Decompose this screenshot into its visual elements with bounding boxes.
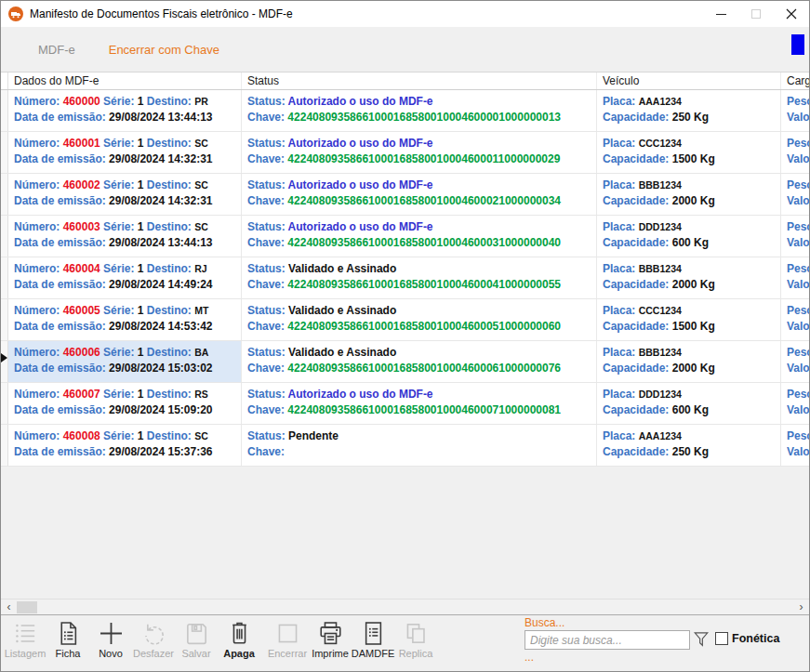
cell-dados[interactable]: Número: 460007 Série: 1 Destino: RS Data… <box>8 383 242 424</box>
valor-line: Valor: <box>787 402 809 418</box>
placa-label: Placa: <box>603 388 635 401</box>
dados-line-2: Data de emissão: 29/08/2024 14:32:31 <box>14 152 241 167</box>
status-line: Status: Validado e Assinado <box>247 303 596 319</box>
valor-line: Valor: <box>787 110 809 125</box>
cell-status[interactable]: Status: Autorizado o uso do MDF-e Chave:… <box>242 383 597 424</box>
column-header-status[interactable]: Status <box>242 72 597 89</box>
chave-line: Chave: 422408093586610001685800100046000… <box>247 235 596 251</box>
table-row[interactable]: Número: 460000 Série: 1 Destino: PR Data… <box>1 90 809 132</box>
row-indicator <box>1 216 8 257</box>
cell-veiculo[interactable]: Placa: CCC1234 Capacidade: 1500 Kg <box>597 299 781 340</box>
cell-carga[interactable]: Peso: Valor: <box>781 132 809 173</box>
row-indicator <box>1 257 8 298</box>
status-value: Autorizado o uso do MDF-e <box>288 178 433 191</box>
cell-veiculo[interactable]: Placa: CCC1234 Capacidade: 1500 Kg <box>597 132 781 173</box>
apaga-button[interactable]: Apaga <box>218 615 260 671</box>
scroll-right-icon[interactable]: › <box>793 600 809 614</box>
cell-veiculo[interactable]: Placa: AAA1234 Capacidade: 250 Kg <box>597 425 781 466</box>
capacidade-value: 250 Kg <box>672 445 709 458</box>
cell-carga[interactable]: Peso: Valor: <box>781 257 809 298</box>
destino-value: MT <box>194 305 208 316</box>
dados-line-2: Data de emissão: 29/08/2024 15:03:02 <box>14 361 241 376</box>
window-title: Manifesto de Documentos Fiscais eletrôni… <box>30 7 293 20</box>
emissao-label: Data de emissão: <box>14 236 106 249</box>
cell-veiculo[interactable]: Placa: DDD1234 Capacidade: 600 Kg <box>597 216 781 257</box>
app-truck-icon <box>8 7 23 21</box>
cell-carga[interactable]: Peso: Valor: <box>781 341 809 382</box>
column-header-dados[interactable]: Dados do MDF-e <box>8 72 242 89</box>
tab-mdfe[interactable]: MDF-e <box>38 43 75 57</box>
status-label: Status: <box>247 262 285 275</box>
table-row[interactable]: Número: 460001 Série: 1 Destino: SC Data… <box>1 132 809 174</box>
undo-icon <box>140 620 167 647</box>
cell-carga[interactable]: Peso: Valor: <box>781 90 809 131</box>
table-row[interactable]: Número: 460003 Série: 1 Destino: SC Data… <box>1 216 809 257</box>
column-header-carga[interactable]: Carga <box>781 72 809 89</box>
placa-line: Placa: AAA1234 <box>603 94 780 110</box>
cell-dados[interactable]: Número: 460004 Série: 1 Destino: RJ Data… <box>8 257 242 298</box>
novo-button[interactable]: Novo <box>89 615 132 671</box>
cell-carga[interactable]: Peso: Valor: <box>781 174 809 215</box>
table-row[interactable]: Número: 460005 Série: 1 Destino: MT Data… <box>1 299 809 341</box>
numero-label: Número: <box>14 95 60 108</box>
cell-carga[interactable]: Peso: Valor: <box>781 425 809 466</box>
cell-status[interactable]: Status: Autorizado o uso do MDF-e Chave:… <box>242 90 597 131</box>
table-row[interactable]: Número: 460002 Série: 1 Destino: SC Data… <box>1 174 809 216</box>
table-row[interactable]: Número: 460004 Série: 1 Destino: RJ Data… <box>1 257 809 299</box>
cell-dados[interactable]: Número: 460002 Série: 1 Destino: SC Data… <box>8 174 242 215</box>
app-window: Manifesto de Documentos Fiscais eletrôni… <box>0 0 810 672</box>
scrollbar-thumb[interactable] <box>17 601 37 613</box>
cell-status[interactable]: Status: Autorizado o uso do MDF-e Chave:… <box>242 132 597 173</box>
peso-line: Peso: <box>787 387 809 402</box>
cell-status[interactable]: Status: Validado e Assinado Chave: 42240… <box>242 341 597 382</box>
imprime-button[interactable]: Imprime <box>309 615 352 671</box>
capacidade-label: Capacidade: <box>603 445 669 458</box>
cell-veiculo[interactable]: Placa: BBB1234 Capacidade: 2000 Kg <box>597 257 781 298</box>
horizontal-scrollbar[interactable]: ‹ › <box>1 599 809 614</box>
serie-value: 1 <box>138 388 144 401</box>
cell-carga[interactable]: Peso: Valor: <box>781 383 809 424</box>
table-row[interactable]: Número: 460006 Série: 1 Destino: BA Data… <box>1 341 809 383</box>
valor-label: Valor: <box>787 194 809 207</box>
cell-veiculo[interactable]: Placa: AAA1234 Capacidade: 250 Kg <box>597 90 781 131</box>
numero-label: Número: <box>14 346 60 359</box>
cell-status[interactable]: Status: Validado e Assinado Chave: 42240… <box>242 299 597 340</box>
peso-line: Peso: <box>787 136 809 152</box>
peso-label: Peso: <box>787 137 809 150</box>
minimize-button[interactable] <box>703 1 738 27</box>
search-more-link[interactable]: ... <box>525 651 690 664</box>
cell-dados[interactable]: Número: 460001 Série: 1 Destino: SC Data… <box>8 132 242 173</box>
cell-dados[interactable]: Número: 460008 Série: 1 Destino: SC Data… <box>8 425 242 466</box>
peso-line: Peso: <box>787 94 809 110</box>
tab-encerrar-com-chave[interactable]: Encerrar com Chave <box>109 43 219 57</box>
cell-status[interactable]: Status: Autorizado o uso do MDF-e Chave:… <box>242 216 597 257</box>
row-indicator <box>1 132 8 173</box>
cell-veiculo[interactable]: Placa: BBB1234 Capacidade: 2000 Kg <box>597 341 781 382</box>
cell-status[interactable]: Status: Pendente Chave: <box>242 425 597 466</box>
cell-dados[interactable]: Número: 460006 Série: 1 Destino: BA Data… <box>8 341 242 382</box>
dados-line-2: Data de emissão: 29/08/2024 14:53:42 <box>14 319 241 335</box>
ficha-button[interactable]: Ficha <box>46 615 89 671</box>
dados-line-1: Número: 460004 Série: 1 Destino: RJ <box>14 261 241 277</box>
chave-value: 4224080935866100016858001000460006100000… <box>287 362 561 375</box>
cell-carga[interactable]: Peso: Valor: <box>781 216 809 257</box>
cell-dados[interactable]: Número: 460005 Série: 1 Destino: MT Data… <box>8 299 242 340</box>
row-cursor-icon <box>1 353 7 362</box>
phonetic-option[interactable]: Fonética <box>715 632 779 645</box>
cell-veiculo[interactable]: Placa: DDD1234 Capacidade: 600 Kg <box>597 383 781 424</box>
table-row[interactable]: Número: 460008 Série: 1 Destino: SC Data… <box>1 425 809 467</box>
cell-dados[interactable]: Número: 460003 Série: 1 Destino: SC Data… <box>8 216 242 257</box>
cell-status[interactable]: Status: Autorizado o uso do MDF-e Chave:… <box>242 174 597 215</box>
scroll-left-icon[interactable]: ‹ <box>1 600 17 614</box>
column-header-veiculo[interactable]: Veículo <box>597 72 781 89</box>
close-button[interactable] <box>774 1 809 27</box>
cell-veiculo[interactable]: Placa: BBB1234 Capacidade: 2000 Kg <box>597 174 781 215</box>
damdfe-button[interactable]: DAMDFE <box>352 615 394 671</box>
search-input[interactable] <box>525 630 690 650</box>
table-row[interactable]: Número: 460007 Série: 1 Destino: RS Data… <box>1 383 809 425</box>
filter-funnel-icon[interactable] <box>693 630 710 652</box>
cell-carga[interactable]: Peso: Valor: <box>781 299 809 340</box>
cell-dados[interactable]: Número: 460000 Série: 1 Destino: PR Data… <box>8 90 242 131</box>
phonetic-checkbox[interactable] <box>715 632 728 645</box>
cell-status[interactable]: Status: Validado e Assinado Chave: 42240… <box>242 257 597 298</box>
